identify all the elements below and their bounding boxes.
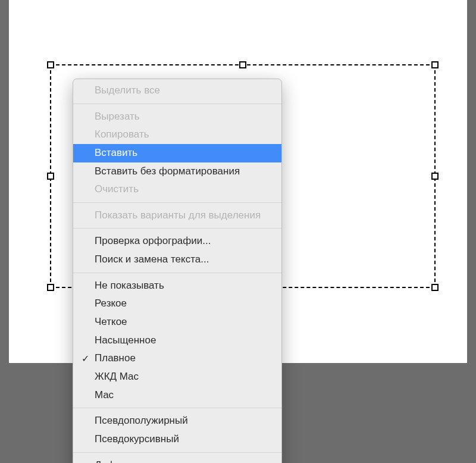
menu-item[interactable]: ✓Плавное xyxy=(73,349,281,368)
menu-item[interactable]: Вставить xyxy=(73,144,281,162)
menu-item-label: Псевдополужирный xyxy=(95,414,188,428)
menu-item[interactable]: Насыщенное xyxy=(73,331,281,350)
menu-item-label: Не показывать xyxy=(95,279,164,293)
menu-item[interactable]: Псевдокурсивный xyxy=(73,430,281,449)
menu-item: Копировать xyxy=(73,126,281,144)
menu-item[interactable]: Поиск и замена текста... xyxy=(73,251,281,269)
menu-separator xyxy=(73,452,281,453)
checkmark-icon: ✓ xyxy=(82,352,89,365)
menu-item[interactable]: Mac xyxy=(73,386,281,405)
menu-item-label: Резкое xyxy=(95,296,127,311)
menu-item-label: Вставить без форматирования xyxy=(95,164,240,179)
menu-item-label: ЖКД Mac xyxy=(95,370,139,384)
menu-item: Очистить xyxy=(73,180,281,199)
menu-item[interactable]: Деформировать текст... xyxy=(73,456,281,463)
menu-item-label: Псевдокурсивный xyxy=(95,432,179,447)
menu-item-label: Деформировать текст... xyxy=(95,458,206,463)
menu-item-label: Четкое xyxy=(95,315,127,330)
menu-item-label: Mac xyxy=(95,388,114,403)
menu-item-label: Вставить xyxy=(95,146,137,161)
menu-item[interactable]: Четкое xyxy=(73,313,281,331)
menu-item-label: Очистить xyxy=(95,182,139,197)
menu-item-label: Проверка орфографии... xyxy=(95,234,211,249)
menu-separator xyxy=(73,104,281,104)
menu-item[interactable]: Не показывать xyxy=(73,277,281,295)
menu-item-label: Поиск и замена текста... xyxy=(95,252,209,267)
menu-item[interactable]: Вставить без форматирования xyxy=(73,162,281,181)
menu-separator xyxy=(73,202,281,203)
menu-item: Показать варианты для выделения xyxy=(73,207,281,225)
menu-item-label: Копировать xyxy=(95,127,149,142)
menu-item-label: Насыщенное xyxy=(95,333,156,348)
menu-item: Вырезать xyxy=(73,108,281,126)
menu-separator xyxy=(73,228,281,229)
menu-item-label: Вырезать xyxy=(95,110,140,124)
menu-item[interactable]: Псевдополужирный xyxy=(73,412,281,430)
menu-item[interactable]: Проверка орфографии... xyxy=(73,232,281,251)
menu-item: Выделить все xyxy=(73,82,281,100)
menu-item-label: Выделить все xyxy=(95,83,160,98)
menu-item-label: Плавное xyxy=(95,351,136,366)
menu-separator xyxy=(73,273,281,273)
menu-item-label: Показать варианты для выделения xyxy=(95,208,261,223)
menu-item[interactable]: Резкое xyxy=(73,295,281,313)
menu-separator xyxy=(73,408,281,408)
context-menu: Выделить всеВырезатьКопироватьВставитьВс… xyxy=(73,79,282,463)
menu-item[interactable]: ЖКД Mac xyxy=(73,368,281,386)
